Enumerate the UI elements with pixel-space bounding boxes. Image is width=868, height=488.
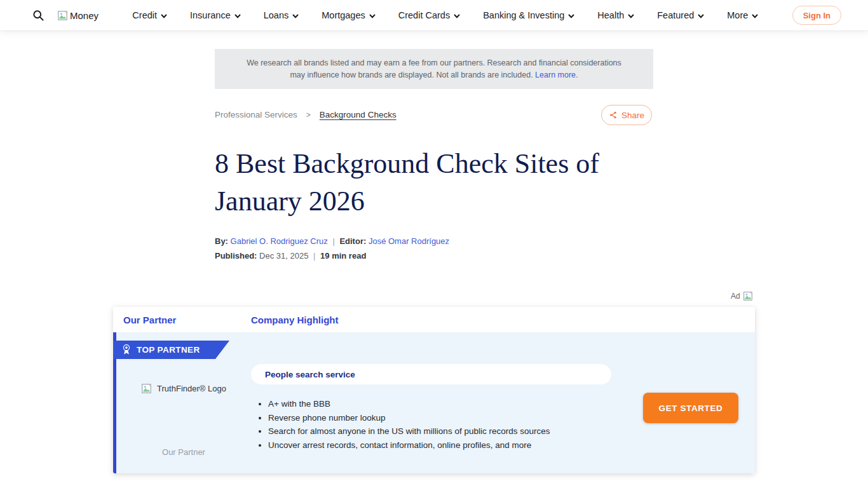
- column-header-our-partner: Our Partner: [123, 315, 176, 325]
- partner-card-header: Our Partner Company Highlight: [113, 307, 755, 332]
- medal-icon: [122, 344, 131, 355]
- learn-more-link[interactable]: Learn more: [535, 71, 576, 79]
- nav-item-loans[interactable]: Loans: [264, 10, 299, 20]
- logo-alt-text: Money: [70, 10, 98, 21]
- broken-image-icon: [57, 10, 68, 21]
- partner-logo-alt-text: TruthFinder® Logo: [157, 384, 226, 393]
- sign-in-button[interactable]: Sign In: [792, 6, 841, 25]
- nav-item-credit[interactable]: Credit: [132, 10, 167, 20]
- chevron-down-icon: [369, 14, 376, 18]
- chevron-down-icon: [234, 14, 241, 18]
- highlight-bullet-list: A+ with the BBB Reverse phone number loo…: [259, 397, 641, 452]
- list-item: Reverse phone number lookup: [268, 411, 641, 425]
- nav-item-health[interactable]: Health: [597, 10, 634, 20]
- editor-link[interactable]: José Omar Rodríguez: [369, 236, 449, 246]
- read-time: 19 min read: [320, 251, 366, 261]
- nav-item-insurance[interactable]: Insurance: [190, 10, 241, 20]
- nav-item-credit-cards[interactable]: Credit Cards: [398, 10, 460, 20]
- nav-item-more[interactable]: More: [727, 10, 758, 20]
- breadcrumb-separator: >: [306, 111, 311, 119]
- main-nav: Credit Insurance Loans Mortgages Credit …: [98, 10, 792, 20]
- breadcrumb: Professional Services > Background Check…: [215, 110, 397, 119]
- broken-image-icon: [743, 291, 753, 301]
- nav-item-banking-investing[interactable]: Banking & Investing: [483, 10, 574, 20]
- list-item: Uncover arrest records, contact informat…: [268, 438, 641, 452]
- partner-comparison-card: Our Partner Company Highlight TOP PARTNE…: [113, 307, 755, 473]
- list-item: A+ with the BBB: [268, 397, 641, 411]
- breadcrumb-parent[interactable]: Professional Services: [215, 110, 297, 119]
- nav-item-mortgages[interactable]: Mortgages: [322, 10, 376, 20]
- top-partner-label: TOP PARTNER: [137, 345, 200, 355]
- company-highlight-pill: People search service: [251, 364, 611, 384]
- byline: By: Gabriel O. Rodriguez Cruz | Editor: …: [215, 236, 449, 247]
- column-header-company-highlight: Company Highlight: [251, 315, 339, 325]
- chevron-down-icon: [698, 14, 704, 18]
- chevron-down-icon: [628, 14, 634, 18]
- chevron-down-icon: [568, 14, 574, 18]
- published-line: Published: Dec 31, 2025 | 19 min read: [215, 251, 366, 261]
- author-link[interactable]: Gabriel O. Rodriguez Cruz: [231, 236, 328, 246]
- partner-logo[interactable]: TruthFinder® Logo: [116, 383, 251, 394]
- our-partner-caption: Our Partner: [116, 447, 251, 457]
- share-icon: [609, 111, 618, 119]
- top-partner-badge: TOP PARTNER: [113, 341, 229, 359]
- page-title: 8 Best Background Check Sites of January…: [215, 145, 666, 220]
- chevron-down-icon: [752, 14, 758, 18]
- chevron-down-icon: [161, 14, 167, 18]
- ad-marker: Ad: [731, 291, 753, 301]
- chevron-down-icon: [292, 14, 299, 18]
- published-date: Dec 31, 2025: [259, 251, 308, 261]
- ad-label: Ad: [731, 292, 740, 301]
- search-icon[interactable]: [31, 8, 46, 23]
- money-logo[interactable]: Money: [57, 10, 98, 21]
- list-item: Search for almost anyone in the US with …: [268, 424, 641, 438]
- get-started-button[interactable]: GET STARTED: [643, 393, 738, 423]
- chevron-down-icon: [454, 14, 460, 18]
- nav-item-featured[interactable]: Featured: [657, 10, 704, 20]
- broken-image-icon: [141, 383, 152, 394]
- top-navigation: Money Credit Insurance Loans Mortgages C…: [0, 0, 868, 30]
- share-button[interactable]: Share: [601, 105, 652, 125]
- advertiser-disclosure: We research all brands listed and may ea…: [215, 49, 653, 89]
- breadcrumb-current[interactable]: Background Checks: [320, 110, 397, 119]
